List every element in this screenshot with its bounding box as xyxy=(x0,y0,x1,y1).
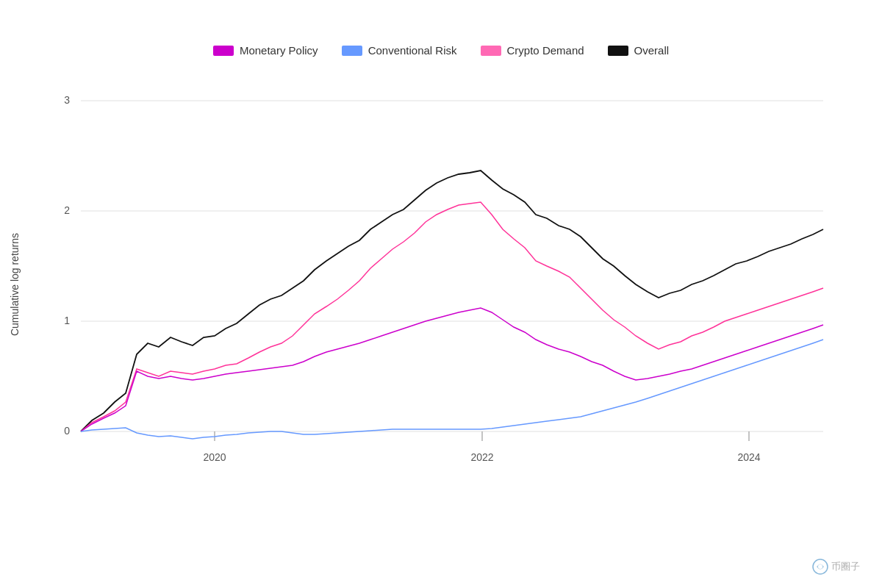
line-conventional-risk xyxy=(81,340,823,439)
legend: Monetary Policy Conventional Risk Crypto… xyxy=(213,44,669,57)
x-label-2024: 2024 xyxy=(737,451,760,463)
legend-item-crypto-demand: Crypto Demand xyxy=(481,44,584,57)
chart-wrapper: Cumulative log returns 3 2 1 0 2020 xyxy=(37,71,845,498)
legend-item-monetary-policy: Monetary Policy xyxy=(213,44,318,57)
watermark-icon xyxy=(812,559,828,575)
x-label-2022: 2022 xyxy=(470,451,493,463)
chart-container: Monetary Policy Conventional Risk Crypto… xyxy=(0,0,882,588)
crypto-demand-swatch xyxy=(481,46,501,56)
svg-point-1 xyxy=(818,564,822,569)
overall-swatch xyxy=(608,46,628,56)
watermark: 币圈子 xyxy=(812,559,860,575)
conventional-risk-swatch xyxy=(342,46,362,56)
monetary-policy-swatch xyxy=(213,46,234,56)
line-overall xyxy=(81,171,823,431)
y-tick-2: 2 xyxy=(64,204,70,216)
line-monetary-policy xyxy=(81,308,823,431)
chart-svg: 3 2 1 0 2020 2022 2024 xyxy=(37,71,845,498)
legend-item-overall: Overall xyxy=(608,44,670,57)
y-axis-label-container: Cumulative log returns xyxy=(0,71,33,498)
y-axis-label: Cumulative log returns xyxy=(9,233,21,336)
line-crypto-demand xyxy=(81,202,823,431)
x-label-2020: 2020 xyxy=(203,451,226,463)
y-tick-1: 1 xyxy=(64,315,70,326)
y-tick-3: 3 xyxy=(64,94,70,106)
legend-item-conventional-risk: Conventional Risk xyxy=(342,44,457,57)
crypto-demand-label: Crypto Demand xyxy=(507,44,584,57)
overall-label: Overall xyxy=(634,44,670,57)
y-tick-0: 0 xyxy=(64,425,70,437)
conventional-risk-label: Conventional Risk xyxy=(368,44,457,57)
watermark-text: 币圈子 xyxy=(831,560,860,573)
monetary-policy-label: Monetary Policy xyxy=(240,44,318,57)
